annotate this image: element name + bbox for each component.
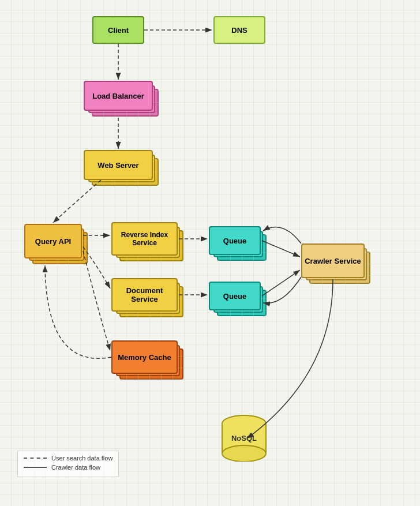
query-api-label: Query API xyxy=(35,237,71,246)
reverse-index-label: Reverse Index Service xyxy=(112,231,177,247)
dns-node: DNS xyxy=(213,16,265,44)
load-balancer-label: Load Balancer xyxy=(92,92,144,100)
memory-cache-node: Memory Cache xyxy=(111,340,178,374)
nosql-node: NoSQL xyxy=(219,414,269,462)
client-node: Client xyxy=(92,16,144,44)
web-server-node: Web Server xyxy=(84,150,153,180)
queue2-node: Queue xyxy=(209,282,261,310)
svg-line-15 xyxy=(262,270,300,296)
svg-point-4 xyxy=(222,445,266,462)
query-api-node: Query API xyxy=(24,224,82,258)
legend-dashed-label: User search data flow xyxy=(51,455,112,462)
diagram-container: Client DNS Load Balancer Web Server Quer… xyxy=(0,0,420,506)
crawler-service-node: Crawler Service xyxy=(301,243,365,278)
dns-label: DNS xyxy=(231,26,247,35)
svg-text:NoSQL: NoSQL xyxy=(231,434,257,443)
legend-solid-line xyxy=(24,467,47,468)
crawler-service-label: Crawler Service xyxy=(305,257,361,265)
legend: User search data flow Crawler data flow xyxy=(17,451,119,477)
document-service-node: Document Service xyxy=(111,278,178,312)
document-service-label: Document Service xyxy=(112,286,177,303)
queue1-node: Queue xyxy=(209,226,261,255)
client-label: Client xyxy=(108,26,129,35)
legend-dashed-line xyxy=(24,458,47,459)
svg-line-14 xyxy=(262,241,300,257)
memory-cache-label: Memory Cache xyxy=(118,353,171,362)
load-balancer-node: Load Balancer xyxy=(84,81,153,111)
queue1-label: Queue xyxy=(223,237,246,245)
web-server-label: Web Server xyxy=(97,161,138,170)
legend-solid-label: Crawler data flow xyxy=(51,464,100,471)
reverse-index-node: Reverse Index Service xyxy=(111,222,178,256)
queue2-label: Queue xyxy=(223,292,246,301)
